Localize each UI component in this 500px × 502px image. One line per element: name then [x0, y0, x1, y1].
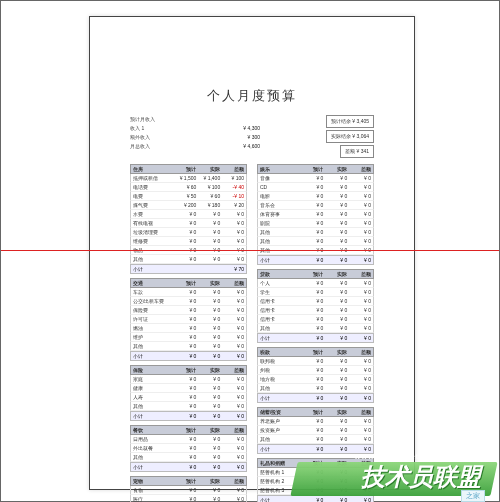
- col-header: 实际: [198, 477, 222, 485]
- row-val: ¥ 0: [302, 297, 326, 305]
- row-diff: ¥ 0: [222, 486, 246, 494]
- subtotal-val: ¥ 0: [349, 334, 373, 342]
- budget-row: 其他¥ 0¥ 0¥ 0: [257, 435, 374, 444]
- watermark-url: www.jsgho.net: [354, 452, 419, 461]
- budget-row: 公交/出租车费¥ 0¥ 0¥ 0: [130, 297, 247, 306]
- row-diff: ¥ 0: [222, 453, 246, 461]
- row-diff: ¥ 0: [222, 306, 246, 314]
- row-label: 车款: [131, 288, 175, 296]
- row-diff: ¥ 0: [222, 237, 246, 245]
- row-val: ¥ 0: [302, 192, 326, 200]
- row-label: 其他: [131, 453, 175, 461]
- projected-balance-label: 预计结余: [331, 118, 351, 124]
- section-name: 住房: [131, 165, 175, 173]
- left-column: 住房预计实际差额抵押或租借¥ 1,500¥ 1,400¥ 100电话费¥ 60¥…: [130, 164, 247, 502]
- row-label: 音像: [258, 174, 302, 182]
- budget-row: 音像¥ 0¥ 0¥ 0: [257, 174, 374, 183]
- subtotal-label: 小计: [131, 412, 175, 420]
- row-val: ¥ 0: [198, 237, 222, 245]
- budget-row: 煤气费¥ 200¥ 180¥ 20: [130, 201, 247, 210]
- row-val: ¥ 0: [302, 324, 326, 332]
- row-val: ¥ 0: [302, 357, 326, 365]
- row-diff: ¥ 0: [349, 228, 373, 236]
- row-diff: ¥ 0: [349, 426, 373, 434]
- row-val: ¥ 0: [325, 210, 349, 218]
- col-header: 预计: [302, 165, 326, 173]
- row-diff: -¥ 40: [222, 183, 246, 191]
- row-label: 其他: [131, 255, 175, 263]
- budget-row: 其他¥ 0¥ 0¥ 0: [130, 453, 247, 462]
- row-label: 其他: [258, 228, 302, 236]
- section-name: 保险: [131, 366, 175, 374]
- row-val: ¥ 0: [325, 219, 349, 227]
- budget-row: 其他¥ 0¥ 0¥ 0: [130, 342, 247, 351]
- row-val: ¥ 0: [302, 288, 326, 296]
- row-label: 电话费: [131, 183, 175, 191]
- row-val: ¥ 0: [175, 324, 199, 332]
- summary-label: 预计月收入: [130, 115, 200, 124]
- section-name: 税款: [258, 348, 302, 356]
- row-diff: ¥ 0: [222, 210, 246, 218]
- row-label: 其他: [131, 342, 175, 350]
- summary-block: 预计月收入收入 1¥ 4,300额外收入¥ 300月总收入¥ 4,600 预计结…: [130, 115, 374, 158]
- row-val: ¥ 0: [198, 444, 222, 452]
- budget-row: 信用卡¥ 0¥ 0¥ 0: [257, 306, 374, 315]
- budget-row: 电费¥ 50¥ 60-¥ 10: [130, 192, 247, 201]
- row-val: ¥ 0: [175, 255, 199, 263]
- budget-row: 音乐会¥ 0¥ 0¥ 0: [257, 201, 374, 210]
- row-diff: ¥ 0: [349, 237, 373, 245]
- col-header: 差额: [349, 408, 373, 416]
- row-val: ¥ 0: [302, 237, 326, 245]
- row-val: ¥ 50: [175, 192, 199, 200]
- row-label: 州税: [258, 366, 302, 374]
- budget-row: 学生¥ 0¥ 0¥ 0: [257, 288, 374, 297]
- row-diff: ¥ 0: [222, 315, 246, 323]
- section-subtotal: 小计¥ 0¥ 0¥ 0: [257, 333, 374, 343]
- row-diff: ¥ 0: [222, 495, 246, 502]
- row-label: 体育赛事: [258, 210, 302, 218]
- row-val: ¥ 0: [198, 306, 222, 314]
- row-diff: ¥ 0: [222, 393, 246, 401]
- row-val: ¥ 200: [175, 201, 199, 209]
- subtotal-val: ¥ 0: [222, 412, 246, 420]
- row-diff: ¥ 0: [222, 435, 246, 443]
- budget-row: 个人¥ 0¥ 0¥ 0: [257, 279, 374, 288]
- row-diff: ¥ 0: [222, 288, 246, 296]
- subtotal-val: ¥ 0: [349, 394, 373, 402]
- row-label: 信用卡: [258, 315, 302, 323]
- row-val: ¥ 0: [198, 210, 222, 218]
- budget-row: 其他¥ 0¥ 0¥ 0: [257, 324, 374, 333]
- row-label: 食物: [131, 486, 175, 494]
- summary-label: 额外收入: [130, 133, 200, 142]
- budget-row: 人寿¥ 0¥ 0¥ 0: [130, 393, 247, 402]
- budget-row: 体育赛事¥ 0¥ 0¥ 0: [257, 210, 374, 219]
- row-val: ¥ 0: [175, 444, 199, 452]
- row-diff: ¥ 0: [349, 219, 373, 227]
- row-val: ¥ 0: [198, 453, 222, 461]
- summary-label: 月总收入: [130, 142, 200, 151]
- section-name: 贷款: [258, 270, 302, 278]
- row-val: ¥ 0: [175, 333, 199, 341]
- row-val: ¥ 0: [325, 297, 349, 305]
- row-val: ¥ 0: [198, 288, 222, 296]
- row-diff: ¥ 0: [349, 279, 373, 287]
- section-name: 餐饮: [131, 426, 175, 434]
- row-val: ¥ 1,500: [175, 174, 199, 182]
- section-name: 宠物: [131, 477, 175, 485]
- row-val: ¥ 0: [175, 342, 199, 350]
- row-label: 个人: [258, 279, 302, 287]
- col-header: 实际: [325, 348, 349, 356]
- row-label: 日用品: [131, 435, 175, 443]
- row-val: ¥ 0: [325, 417, 349, 425]
- row-val: ¥ 0: [198, 219, 222, 227]
- col-header: 预计: [175, 426, 199, 434]
- row-diff: ¥ 0: [349, 288, 373, 296]
- budget-row: 保险费¥ 0¥ 0¥ 0: [130, 306, 247, 315]
- budget-row: 水费¥ 0¥ 0¥ 0: [130, 210, 247, 219]
- row-val: ¥ 0: [175, 453, 199, 461]
- row-diff: ¥ 0: [222, 219, 246, 227]
- budget-row: 其他¥ 0¥ 0¥ 0: [130, 255, 247, 264]
- row-label: 信用卡: [258, 306, 302, 314]
- row-val: ¥ 0: [175, 402, 199, 410]
- row-label: 抵押或租借: [131, 174, 175, 182]
